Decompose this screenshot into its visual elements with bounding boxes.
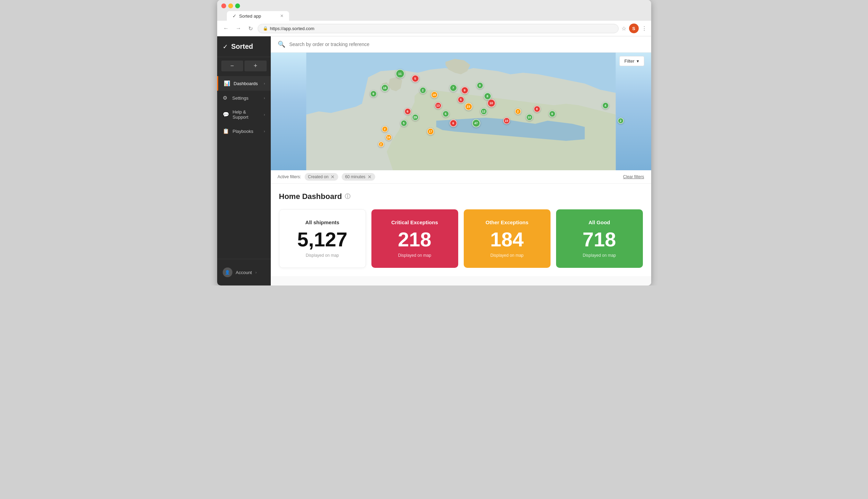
back-button[interactable]: ← bbox=[221, 24, 231, 33]
map-marker[interactable]: 4 bbox=[602, 102, 609, 109]
all-shipments-label: All shipments bbox=[305, 219, 339, 225]
map-marker[interactable]: 16 bbox=[381, 84, 389, 92]
account-avatar: 👤 bbox=[223, 267, 232, 277]
clear-filters-button[interactable]: Clear filters bbox=[623, 174, 644, 179]
map-marker[interactable]: 12 bbox=[480, 108, 487, 115]
browser-window: ✓ Sorted app ✕ ← → ↻ 🔒 https://app.sorte… bbox=[217, 0, 651, 285]
sidebar-logo: ✓ Sorted bbox=[217, 36, 271, 57]
account-label: Account bbox=[236, 270, 252, 275]
sidebar-item-help-support[interactable]: 💬 Help & Support › bbox=[217, 105, 271, 124]
logo-text: Sorted bbox=[231, 43, 253, 51]
metric-card-other-exceptions[interactable]: Other Exceptions 184 Displayed on map bbox=[464, 209, 551, 268]
map-marker[interactable]: 5 bbox=[412, 75, 419, 82]
bookmark-icon[interactable]: ☆ bbox=[621, 25, 626, 32]
map-marker[interactable]: 29 bbox=[412, 114, 419, 121]
map-marker[interactable]: 9 bbox=[370, 90, 377, 97]
metric-card-all-good[interactable]: All Good 718 Displayed on map bbox=[556, 209, 643, 268]
map-marker[interactable]: 10 bbox=[487, 99, 496, 107]
search-input[interactable] bbox=[289, 42, 644, 47]
filter-tag-label-created: Created on bbox=[308, 174, 329, 179]
browser-titlebar: ✓ Sorted app ✕ bbox=[217, 0, 651, 21]
sidebar-account[interactable]: 👤 Account › bbox=[217, 263, 271, 281]
sidebar-item-dashboards[interactable]: 📊 Dashboards › bbox=[217, 76, 271, 91]
filter-tag-close-created[interactable]: ✕ bbox=[331, 174, 335, 180]
map-marker[interactable]: 6 bbox=[404, 108, 411, 115]
tab-favicon: ✓ bbox=[232, 13, 237, 19]
sidebar-item-playbooks[interactable]: 📋 Playbooks › bbox=[217, 124, 271, 138]
playbooks-arrow-icon: › bbox=[264, 129, 265, 133]
filter-label: Filter bbox=[625, 58, 635, 64]
map-container: 1151692187995135231081264717296521621021… bbox=[271, 53, 651, 170]
metrics-row: All shipments 5,127 Displayed on map Cri… bbox=[279, 209, 643, 268]
sidebar-playbooks-label: Playbooks bbox=[233, 129, 260, 134]
map-marker[interactable]: 11 bbox=[396, 69, 405, 78]
metric-card-all-shipments[interactable]: All shipments 5,127 Displayed on map bbox=[279, 209, 366, 268]
all-good-label: All Good bbox=[589, 219, 610, 225]
map-marker[interactable]: 10 bbox=[526, 114, 533, 121]
playbooks-icon: 📋 bbox=[223, 128, 229, 134]
map-marker[interactable]: 10 bbox=[503, 117, 510, 124]
map-marker[interactable]: 2 bbox=[618, 118, 624, 124]
forward-button[interactable]: → bbox=[234, 24, 243, 33]
map-marker[interactable]: 2 bbox=[419, 87, 426, 94]
settings-arrow-icon: › bbox=[264, 96, 265, 100]
tab-bar: ✓ Sorted app ✕ bbox=[227, 11, 647, 21]
map-marker[interactable]: 8 bbox=[534, 106, 541, 112]
all-shipments-value: 5,127 bbox=[297, 229, 347, 250]
sidebar-help-label: Help & Support bbox=[233, 109, 260, 120]
close-window-button[interactable] bbox=[221, 3, 226, 8]
map-marker[interactable]: 8 bbox=[484, 92, 491, 100]
filter-button[interactable]: Filter ▾ bbox=[619, 56, 644, 66]
map-marker[interactable]: 47 bbox=[472, 119, 480, 127]
sidebar-item-settings[interactable]: ⚙ Settings › bbox=[217, 91, 271, 105]
search-bar: 🔍 bbox=[271, 36, 651, 53]
map-marker[interactable]: 16 bbox=[386, 134, 392, 140]
dashboards-icon: 📊 bbox=[224, 80, 230, 87]
sidebar-nav: 📊 Dashboards › ⚙ Settings › 💬 Help & Sup… bbox=[217, 75, 271, 259]
dashboard-info-icon[interactable]: ⓘ bbox=[345, 193, 350, 200]
map-marker[interactable]: 2 bbox=[382, 126, 388, 132]
map-marker[interactable]: 5 bbox=[442, 110, 449, 117]
map-marker[interactable]: 5 bbox=[400, 120, 407, 127]
all-shipments-sublabel: Displayed on map bbox=[306, 253, 339, 258]
maximize-window-button[interactable] bbox=[235, 3, 240, 8]
settings-icon: ⚙ bbox=[223, 95, 229, 101]
map-marker[interactable]: 2 bbox=[515, 108, 521, 115]
dashboard-title: Home Dashboard ⓘ bbox=[279, 192, 643, 201]
critical-exceptions-label: Critical Exceptions bbox=[391, 219, 438, 225]
minimize-window-button[interactable] bbox=[228, 3, 233, 8]
map-marker[interactable]: 17 bbox=[427, 128, 434, 135]
address-bar[interactable]: 🔒 https://app.sorted.com bbox=[258, 24, 619, 33]
map-marker[interactable]: 5 bbox=[458, 96, 464, 103]
filter-tag-close-60min[interactable]: ✕ bbox=[368, 174, 372, 180]
map-marker[interactable]: 7 bbox=[450, 84, 457, 92]
browser-controls bbox=[221, 3, 647, 8]
filter-tag-label-60min: 60 minutes bbox=[345, 174, 366, 179]
map-marker[interactable]: 9 bbox=[549, 110, 556, 117]
sidebar-dashboards-label: Dashboards bbox=[234, 81, 260, 86]
dashboards-arrow-icon: › bbox=[264, 81, 265, 85]
reload-button[interactable]: ↻ bbox=[246, 24, 255, 33]
browser-tab[interactable]: ✓ Sorted app ✕ bbox=[227, 11, 289, 21]
map-marker[interactable]: 18 bbox=[431, 91, 438, 98]
account-arrow-icon: › bbox=[255, 270, 257, 274]
security-icon: 🔒 bbox=[263, 26, 268, 31]
all-good-value: 718 bbox=[583, 229, 616, 250]
main-content: 🔍 bbox=[271, 36, 651, 285]
map-background: 1151692187995135231081264717296521621021… bbox=[271, 53, 651, 170]
critical-exceptions-value: 218 bbox=[398, 229, 432, 250]
browser-user-avatar[interactable]: S bbox=[629, 24, 639, 33]
help-arrow-icon: › bbox=[264, 112, 265, 117]
other-exceptions-label: Other Exceptions bbox=[486, 219, 528, 225]
map-marker[interactable]: 9 bbox=[477, 82, 483, 89]
map-marker[interactable]: 13 bbox=[435, 102, 442, 109]
map-marker[interactable]: 2 bbox=[378, 142, 384, 147]
map-marker[interactable]: 23 bbox=[465, 103, 472, 110]
metric-card-critical-exceptions[interactable]: Critical Exceptions 218 Displayed on map bbox=[371, 209, 458, 268]
map-marker[interactable]: 6 bbox=[450, 119, 457, 127]
map-marker[interactable]: 9 bbox=[461, 87, 469, 94]
tab-close-button[interactable]: ✕ bbox=[280, 13, 284, 18]
sidebar-plus-button[interactable]: + bbox=[244, 61, 267, 71]
sidebar-minus-button[interactable]: − bbox=[221, 61, 243, 71]
menu-icon[interactable]: ⋮ bbox=[641, 25, 647, 32]
